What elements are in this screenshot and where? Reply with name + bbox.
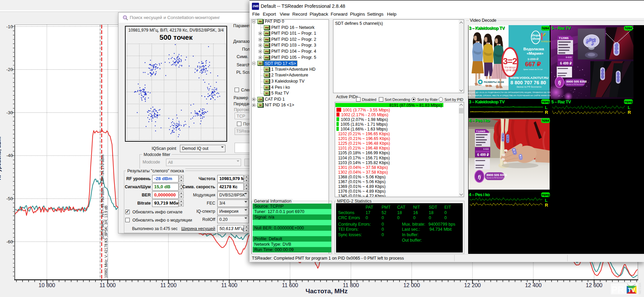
svg-text:6 633: 6 633 <box>483 148 489 150</box>
svg-text:ТРИ ВЕЩИ: ТРИ ВЕЩИ <box>504 66 516 69</box>
svg-text:Shop&: Shop& <box>531 34 540 37</box>
svg-text:L: L <box>545 105 548 110</box>
svg-text:Цена только на 3-х шт: Цена только на 3-х шт <box>523 68 542 70</box>
svg-text:10982 MHz; V; 42178 KS ;8PSK;: 10982 MHz; V; 42178 KS ;8PSK; 3/4; 13.9 … <box>104 206 108 278</box>
svg-text:6 499 ₽: 6 499 ₽ <box>477 153 489 157</box>
svg-text:L: L <box>628 105 630 110</box>
svg-text:R: R <box>628 110 631 115</box>
svg-text:Звонок по РФ бесплатно: Звонок по РФ бесплатно <box>516 86 542 88</box>
svg-text:8900 505 8358: 8900 505 8358 <box>566 80 587 83</box>
svg-text:8 800 707 76 80: 8 800 707 76 80 <box>511 80 546 85</box>
svg-text:fj: fj <box>558 80 562 85</box>
svg-text:Show: Show <box>532 37 540 40</box>
svg-text:fj: fj <box>478 174 481 180</box>
svg-text:3=2: 3=2 <box>503 56 517 66</box>
svg-text:R: R <box>545 203 548 208</box>
svg-text:L: L <box>545 198 548 203</box>
svg-text:667 ₽: 667 ₽ <box>525 61 541 68</box>
svg-text:WWW.VODOLAZKITUT.RU: WWW.VODOLAZKITUT.RU <box>510 76 548 80</box>
svg-text:Звонки по РФ бесплатно: Звонки по РФ бесплатно <box>486 177 504 179</box>
svg-text:РАЗМЕРЫ 48-68: РАЗМЕРЫ 48-68 <box>484 81 504 84</box>
svg-text:Звонки по РФ бесплатно: Звонки по РФ бесплатно <box>566 84 584 85</box>
svg-text:T12065: T12065 <box>559 36 569 40</box>
svg-text:TV: TV <box>628 287 635 294</box>
svg-text:Водолазка: Водолазка <box>523 47 545 51</box>
svg-text:NET.UA: NET.UA <box>638 283 642 294</box>
svg-text:1 299 ₽: 1 299 ₽ <box>528 57 538 61</box>
svg-text:ПО ЦЕНЕ ДВУХ: ПО ЦЕНЕ ДВУХ <box>502 69 518 72</box>
svg-text:R: R <box>545 110 548 115</box>
svg-text:6 633: 6 633 <box>566 56 572 58</box>
svg-text:8900 505 8355: 8900 505 8355 <box>486 173 507 177</box>
svg-text:Частота, MHz: Частота, MHz <box>306 287 348 295</box>
svg-text:СРОК АКЦИИ ДО 15.01.21 ПОДРОБН: СРОК АКЦИИ ДО 15.01.21 ПОДРОБНОСТИ ОБ ОР… <box>468 91 562 93</box>
svg-text:«Мария»: «Мария» <box>527 51 544 55</box>
svg-text:6 499 ₽: 6 499 ₽ <box>560 62 572 65</box>
svg-text:T12065: T12065 <box>476 130 485 133</box>
svg-text:RF уровень, dBm: RF уровень, dBm <box>0 137 2 180</box>
